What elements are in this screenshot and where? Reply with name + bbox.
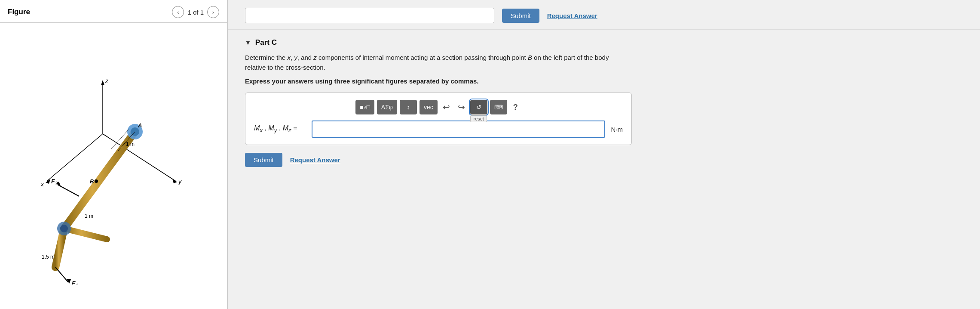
answer-unit: N·m [611,126,623,133]
svg-text:F: F [72,280,76,284]
radical-icon: √ [364,104,367,110]
left-panel: Figure ‹ 1 of 1 › z y x [0,0,228,309]
svg-text:2: 2 [55,181,58,186]
svg-text:B: B [90,178,94,185]
reset-tooltip-wrapper: ↺ reset [470,100,487,114]
figure-diagram: z y x [8,48,219,284]
variable-xyz: x, y, and z [287,54,316,61]
toolbar-redo-button[interactable]: ↪ [455,100,468,114]
template-icon: ■ [360,104,363,111]
greek-label: ΑΣφ [381,104,393,111]
math-toolbar: ■√□ ΑΣφ ↕ vec ↩ ↪ ↺ [254,100,623,114]
part-c-collapse-arrow[interactable]: ▼ [245,39,251,46]
figure-title: Figure [8,8,168,16]
part-c-section: ▼ Part C Determine the x, y, and z compo… [228,30,980,180]
toolbar-greek-button[interactable]: ΑΣφ [377,100,397,114]
part-c-header: ▼ Part C [245,38,963,47]
redo-icon: ↪ [458,102,465,112]
part-c-label: Part C [255,38,277,47]
answer-label: Mx , My , Mz = [254,124,306,133]
answer-main-input[interactable] [312,121,605,138]
nav-count: 1 of 1 [187,9,204,16]
part-c-request-button[interactable]: Request Answer [290,156,340,164]
nav-next-button[interactable]: › [207,6,219,18]
svg-text:A: A [138,122,142,129]
top-request-button[interactable]: Request Answer [547,12,597,19]
part-c-instruction: Express your answers using three signifi… [245,77,963,85]
svg-point-17 [60,225,68,232]
top-answer-bar: Submit Request Answer [228,0,980,30]
reset-icon: ↺ [476,104,481,111]
svg-text:x: x [40,181,44,188]
part-c-submit-button[interactable]: Submit [245,153,282,167]
figure-nav: ‹ 1 of 1 › [172,6,219,18]
svg-text:1.5 m: 1.5 m [42,254,55,260]
top-submit-button[interactable]: Submit [502,9,539,23]
toolbar-reset-button[interactable]: ↺ [470,100,487,114]
part-c-description: Determine the x, y, and z components of … [245,53,615,72]
toolbar-vector-button[interactable]: vec [420,100,438,114]
svg-text:F: F [51,178,55,185]
toolbar-help-button[interactable]: ? [510,101,521,114]
keyboard-icon: ⌨ [494,104,503,111]
figure-image-area: z y x [0,23,227,309]
toolbar-keyboard-button[interactable]: ⌨ [490,100,507,114]
toolbar-template-button[interactable]: ■√□ [355,100,374,114]
svg-text:1: 1 [76,283,79,284]
svg-text:z: z [105,77,109,84]
vector-label: vec [424,104,433,111]
previous-answer-input[interactable] [245,8,494,23]
help-icon: ? [513,103,518,111]
svg-text:y: y [178,178,182,185]
reset-tooltip-label: reset [470,115,487,122]
answer-input-row: Mx , My , Mz = N·m [254,121,623,138]
nav-prev-button[interactable]: ‹ [172,6,184,18]
svg-text:1 m: 1 m [126,141,135,147]
variable-B: B [528,54,532,61]
answer-box: ■√□ ΑΣφ ↕ vec ↩ ↪ ↺ [245,93,632,145]
toolbar-undo-button[interactable]: ↩ [440,100,453,114]
figure-header: Figure ‹ 1 of 1 › [0,0,227,23]
bottom-bar: Submit Request Answer [245,153,963,171]
toolbar-subscript-button[interactable]: ↕ [400,100,417,114]
svg-point-19 [95,179,98,183]
right-panel: Submit Request Answer ▼ Part C Determine… [228,0,980,309]
subscript-icon: ↕ [407,104,410,111]
box-icon: □ [366,104,370,111]
undo-icon: ↩ [443,102,450,112]
svg-text:1 m: 1 m [85,213,93,219]
